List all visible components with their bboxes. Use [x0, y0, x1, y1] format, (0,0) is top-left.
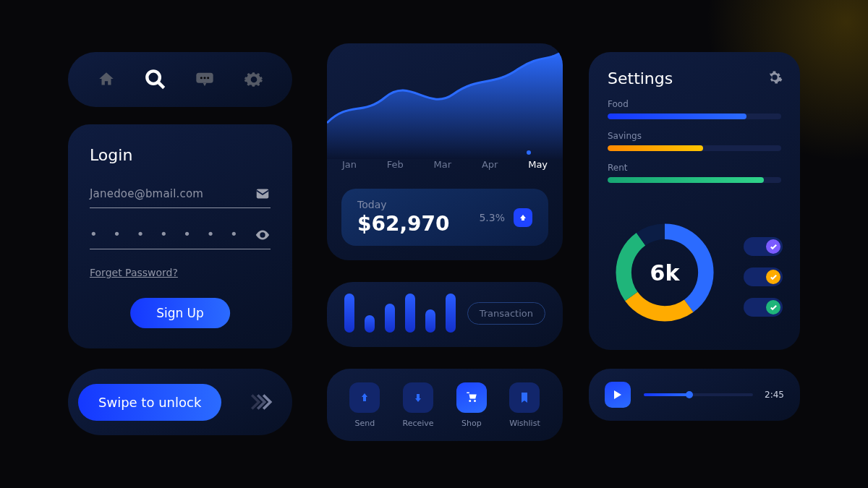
svg-marker-3 [203, 83, 207, 87]
media-player: 2:45 [589, 369, 800, 421]
month-label[interactable]: Apr [482, 159, 498, 170]
password-field[interactable]: • • • • • • • [90, 224, 271, 249]
change-pct: 5.3% [479, 212, 505, 223]
login-card: Login Janedoe@bmail.com • • • • • • • Fo… [68, 124, 292, 348]
arrow-up-icon [349, 382, 380, 413]
gear-icon[interactable] [243, 69, 265, 90]
progress-fill [644, 393, 689, 396]
actions-card: SendReceiveShopWishlist [327, 369, 563, 441]
eq-bar [405, 294, 415, 333]
eq-bar [425, 309, 435, 333]
password-value: • • • • • • • [90, 226, 244, 241]
eq-bar [446, 294, 456, 333]
savings-bar: Savings [608, 131, 781, 151]
receive-action[interactable]: Receive [403, 382, 434, 428]
today-summary: Today $62,970 5.3% [341, 189, 548, 246]
toggle[interactable] [744, 298, 783, 317]
login-title: Login [90, 146, 271, 164]
home-icon[interactable] [95, 69, 117, 90]
svg-point-6 [207, 77, 209, 79]
action-label: Send [354, 419, 375, 428]
action-label: Shop [461, 419, 482, 428]
wishlist-action[interactable]: Wishlist [509, 382, 540, 428]
bar-label: Food [608, 99, 781, 109]
bar-label: Savings [608, 131, 781, 141]
swipe-label: Swipe to unlock [78, 384, 221, 421]
settings-card: Settings FoodSavingsRent 6k [589, 52, 800, 350]
send-action[interactable]: Send [349, 382, 380, 428]
area-chart [327, 43, 563, 159]
month-label[interactable]: Mar [434, 159, 452, 170]
today-value: $62,970 [357, 212, 450, 236]
settings-title: Settings [608, 69, 781, 87]
check-icon [766, 239, 780, 254]
active-month-dot [527, 150, 531, 155]
check-icon [766, 300, 780, 314]
action-label: Wishlist [509, 419, 540, 428]
sign-up-button[interactable]: Sign Up [130, 298, 230, 328]
email-field[interactable]: Janedoe@bmail.com [90, 183, 271, 208]
email-value: Janedoe@bmail.com [90, 187, 203, 200]
time-label: 2:45 [765, 390, 784, 400]
equalizer-card: Transaction [327, 282, 563, 347]
donut-center-value: 6k [610, 218, 719, 327]
nav-pill [68, 52, 292, 107]
gear-icon[interactable] [767, 69, 783, 88]
toggle[interactable] [744, 267, 783, 286]
svg-line-1 [158, 82, 163, 87]
svg-point-0 [147, 71, 159, 84]
shop-action[interactable]: Shop [456, 382, 487, 428]
eq-bar [385, 304, 395, 333]
swipe-unlock[interactable]: Swipe to unlock [68, 369, 292, 435]
svg-point-4 [200, 77, 203, 79]
month-label[interactable]: May [528, 159, 548, 170]
cart-icon [456, 382, 487, 413]
play-button[interactable] [605, 382, 631, 408]
month-axis: Jan Feb Mar Apr May [327, 159, 563, 170]
arrow-up-icon[interactable] [514, 208, 532, 227]
transaction-button[interactable]: Transaction [467, 302, 545, 325]
food-bar: Food [608, 99, 781, 119]
chat-icon[interactable] [194, 69, 216, 90]
svg-point-5 [203, 77, 205, 79]
bookmark-icon [509, 382, 540, 413]
eye-icon[interactable] [255, 227, 271, 243]
action-label: Receive [403, 419, 434, 428]
chevron-right-icon [256, 393, 273, 411]
today-label: Today [357, 199, 450, 210]
month-label[interactable]: Feb [387, 159, 404, 170]
forgot-password-link[interactable]: Forget Password? [90, 267, 178, 278]
eq-bar [344, 294, 354, 333]
rent-bar: Rent [608, 163, 781, 183]
month-label[interactable]: Jan [342, 159, 357, 170]
eq-bar [365, 315, 375, 333]
svg-point-8 [261, 234, 264, 236]
check-icon [766, 270, 780, 284]
search-icon[interactable] [142, 66, 169, 93]
toggle[interactable] [744, 237, 783, 256]
progress-track[interactable] [644, 393, 753, 396]
donut-chart: 6k [610, 218, 719, 327]
bar-label: Rent [608, 163, 781, 173]
arrow-down-icon [403, 382, 433, 413]
revenue-chart-card: Jan Feb Mar Apr May Today $62,970 5.3% [327, 43, 563, 260]
mail-icon [255, 186, 271, 202]
